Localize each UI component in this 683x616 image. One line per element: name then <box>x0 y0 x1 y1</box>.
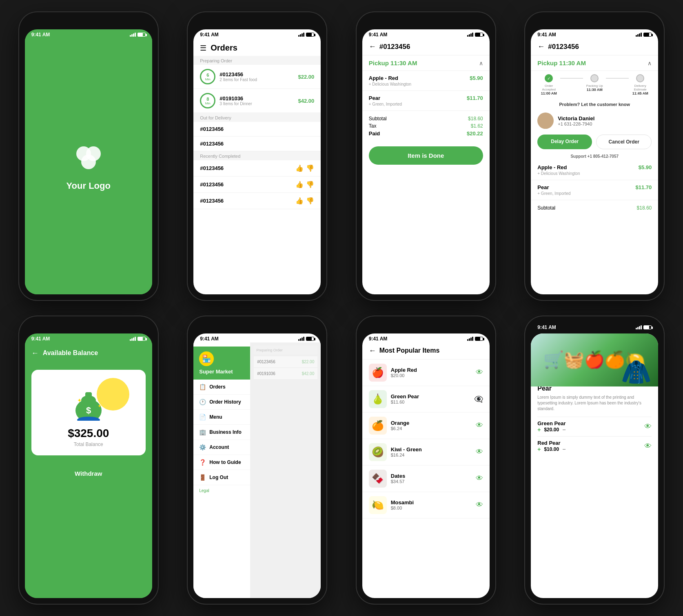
avatar-svg <box>537 113 554 129</box>
pickup-bar-4: Pickup 11:30 AM ∧ <box>531 55 658 71</box>
out-delivery-1[interactable]: #0123456 <box>193 122 321 137</box>
delay-order-button[interactable]: Delay Order <box>537 135 592 149</box>
status-icons-3 <box>467 33 483 37</box>
notch-6 <box>233 322 282 332</box>
product-green-pear[interactable]: 🍐 Green Pear $11.60 👁‍🗨 <box>362 386 490 413</box>
balance-label: Total Balance <box>40 442 137 447</box>
product-apple-red[interactable]: 🍎 Apple Red $20.00 👁 <box>362 360 490 386</box>
back-arrow-7[interactable]: ← <box>369 347 376 355</box>
completed-3[interactable]: #0123456 👍 👎 <box>193 193 321 209</box>
bg-order-1: #0123456 $22.00 <box>254 356 317 367</box>
tracker-label-1: OrderAccepted <box>542 84 556 91</box>
customer-name: Victoria Daniel <box>558 115 594 121</box>
thumb-up-3[interactable]: 👍 <box>295 197 304 205</box>
balance-title: Available Balance <box>43 349 98 357</box>
chevron-up-3[interactable]: ∧ <box>479 60 483 66</box>
section-preparing: Preparing Order <box>193 56 321 65</box>
thumb-up-2[interactable]: 👍 <box>295 181 304 188</box>
plus-btn-1[interactable]: + <box>537 426 541 433</box>
product-info-2: Green Pear $11.60 <box>391 393 470 404</box>
sidebar-item-logout[interactable]: 🚪 Log Out <box>193 470 250 485</box>
line-item-info-3-1: Apple - Red + Delicious Washington <box>369 75 411 86</box>
totals-3: Subtotal $18.60 Tax $1.62 Paid $20.22 <box>362 111 490 141</box>
balance-back-arrow[interactable]: ← <box>31 349 39 358</box>
sidebar-item-menu[interactable]: 📄 Menu <box>193 410 250 425</box>
svg-point-4 <box>540 123 551 129</box>
detail-order-id-3: #0123456 <box>379 43 410 51</box>
sidebar-item-guide[interactable]: ❓ How to Guide <box>193 455 250 470</box>
status-bar-6: 9:41 AM <box>193 333 321 342</box>
withdraw-button[interactable]: Withdraw <box>31 464 146 483</box>
related-name-2: Red Pear <box>537 440 565 446</box>
product-img-3: 🍊 <box>369 417 387 435</box>
visibility-icon-6[interactable]: 👁 <box>476 501 483 509</box>
phone-2-cell: 9:41 AM ☰ Orders Preparing Order <box>177 8 338 304</box>
visibility-icon-1[interactable]: 👁 <box>476 368 483 377</box>
phone-3: 9:41 AM ← #0123456 Pickup <box>357 12 495 300</box>
status-bar-3: 9:41 AM <box>362 29 490 38</box>
sidebar-item-history[interactable]: 🕐 Order History <box>193 395 250 410</box>
back-arrow-3[interactable]: ← <box>369 42 376 51</box>
back-arrow-4[interactable]: ← <box>537 42 545 51</box>
thumb-up-1[interactable]: 👍 <box>295 164 304 172</box>
menu-icon[interactable]: ☰ <box>200 44 206 53</box>
thumb-down-2[interactable]: 👎 <box>306 181 314 188</box>
phone-2: 9:41 AM ☰ Orders Preparing Order <box>188 12 326 300</box>
sidebar-item-orders[interactable]: 📋 Orders <box>193 380 250 395</box>
related-item-1: Green Pear + $20.00 − 👁 <box>537 417 652 436</box>
product-orange[interactable]: 🍊 Orange $6.24 👁 <box>362 413 490 439</box>
p6s2 <box>300 338 301 341</box>
order-preparing-2[interactable]: 8 Min #0191036 3 Items for Dinner $42.00 <box>193 89 321 113</box>
thumb-down-3[interactable]: 👎 <box>306 197 314 205</box>
bg-section: Preparing Order <box>254 346 317 355</box>
product-detail-content: Pear Lorem Ipsum is simply dummy text of… <box>531 386 658 598</box>
b2 <box>300 34 301 37</box>
minus-btn-2[interactable]: − <box>562 446 565 453</box>
out-delivery-2[interactable]: #0123456 <box>193 137 321 151</box>
signal-1 <box>130 33 136 37</box>
completed-1[interactable]: #0123456 👍 👎 <box>193 160 321 177</box>
plus-btn-2[interactable]: + <box>537 446 541 453</box>
support-phone: +1 805-412-7057 <box>588 154 619 159</box>
visibility-icon-5[interactable]: 👁 <box>476 474 483 483</box>
timer-lbl-2: Min <box>205 102 211 105</box>
product-kiwi[interactable]: 🥝 Kiwi - Green $16.24 👁 <box>362 439 490 466</box>
sidebar-item-business[interactable]: 🏢 Business Info <box>193 425 250 440</box>
product-price-1: $20.00 <box>391 373 472 378</box>
time-2: 9:41 AM <box>200 32 219 38</box>
chevron-4[interactable]: ∧ <box>648 60 652 66</box>
product-dates[interactable]: 🍫 Dates $34.57 👁 <box>362 466 490 492</box>
p4s3 <box>639 33 640 37</box>
featured-product-desc: Lorem Ipsum is simply dummy text of the … <box>537 395 652 412</box>
p7s4 <box>472 337 473 341</box>
sidebar-label-logout: Log Out <box>209 475 228 480</box>
cancel-order-button[interactable]: Cancel Order <box>596 135 652 149</box>
phone-4: 9:41 AM ← #0123456 Pickup <box>525 12 664 300</box>
product-mosambi[interactable]: 🍋 Mosambi $8.00 👁 <box>362 492 490 519</box>
sidebar-item-account[interactable]: ⚙️ Account <box>193 440 250 455</box>
visibility-icon-4[interactable]: 👁 <box>476 448 483 456</box>
line-item-row-3-1: Apple - Red + Delicious Washington $5.90 <box>369 75 483 86</box>
signal-3 <box>467 33 473 37</box>
signal-2 <box>298 33 304 37</box>
done-button-3[interactable]: Item is Done <box>369 146 483 165</box>
related-price-1: $20.00 <box>544 427 559 433</box>
linfo-4-1: Apple - Red + Delicious Washington <box>537 164 580 176</box>
thumb-down-1[interactable]: 👎 <box>306 164 314 172</box>
timer-lbl-1: Min <box>205 77 211 81</box>
eye-icon-related-1[interactable]: 👁 <box>644 422 652 431</box>
timer-num-1: 6 <box>206 73 209 77</box>
related-price-2: $10.00 <box>544 446 559 452</box>
visibility-icon-2[interactable]: 👁‍🗨 <box>474 395 483 404</box>
minus-btn-1[interactable]: − <box>562 426 565 433</box>
eye-icon-related-2[interactable]: 👁 <box>644 442 652 450</box>
order-preparing-1[interactable]: 6 Min #0123456 2 Items for Fast food $22… <box>193 65 321 89</box>
yellow-circle <box>97 378 129 411</box>
p7s3 <box>470 338 472 341</box>
visibility-icon-3[interactable]: 👁 <box>476 421 483 430</box>
product-price-5: $34.57 <box>391 479 472 484</box>
completed-2[interactable]: #0123456 👍 👎 <box>193 177 321 193</box>
bg-price-2: $42.00 <box>302 371 315 376</box>
items-header: ← Most Popular Items <box>362 342 490 360</box>
customer-info: Victoria Daniel +1 631-228-7940 <box>558 115 594 126</box>
